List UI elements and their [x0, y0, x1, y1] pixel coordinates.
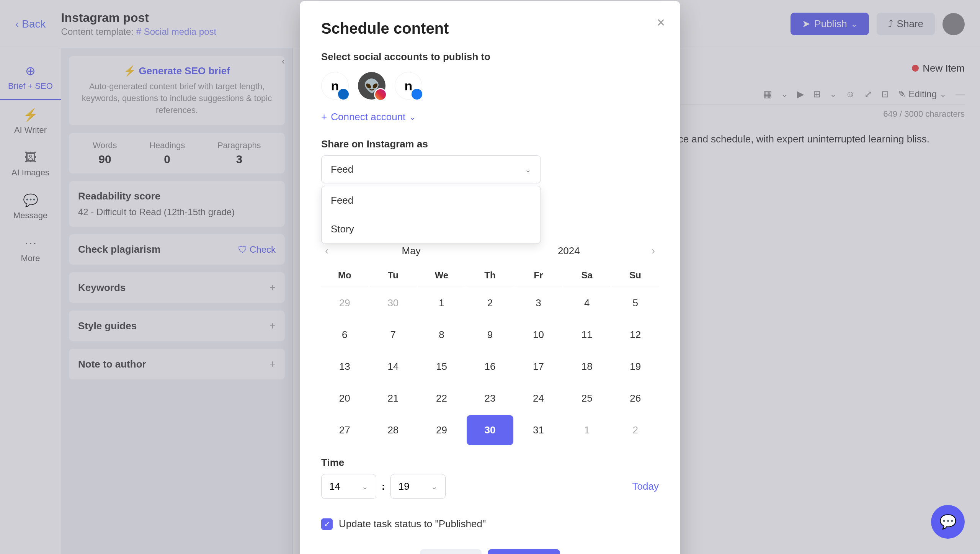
minute-select[interactable]: 19 ⌄ — [390, 474, 446, 499]
calendar-day[interactable]: 26 — [612, 383, 659, 413]
calendar-day-header: Fr — [515, 265, 562, 286]
calendar-day[interactable]: 5 — [612, 288, 659, 318]
update-status-row[interactable]: ✓ Update task status to "Published" — [321, 518, 659, 530]
calendar-day-header: Su — [612, 265, 659, 286]
calendar-day[interactable]: 7 — [370, 320, 417, 350]
calendar-day[interactable]: 13 — [321, 351, 368, 382]
next-month-button[interactable]: › — [648, 245, 659, 257]
calendar-day[interactable]: 25 — [564, 383, 611, 413]
calendar-day[interactable]: 21 — [370, 383, 417, 413]
chevron-down-icon: ⌄ — [431, 482, 438, 491]
calendar-day[interactable]: 27 — [321, 415, 368, 445]
calendar-day[interactable]: 24 — [515, 383, 562, 413]
calendar-day[interactable]: 18 — [564, 351, 611, 382]
account-instagram[interactable]: 👽 — [358, 72, 385, 100]
close-icon[interactable]: × — [657, 15, 665, 31]
instagram-icon — [374, 88, 387, 101]
share-as-select[interactable]: Feed ⌄ — [321, 155, 541, 183]
calendar-day-header: Mo — [321, 265, 368, 286]
plus-icon: + — [321, 111, 327, 123]
account-facebook[interactable]: n — [395, 72, 422, 100]
calendar-year: 2024 — [490, 245, 648, 257]
connect-account-button[interactable]: + Connect account ⌄ — [321, 111, 659, 123]
calendar-day[interactable]: 29 — [321, 288, 368, 318]
select-value: Feed — [331, 163, 353, 175]
time-separator: : — [382, 480, 385, 492]
calendar-day[interactable]: 4 — [564, 288, 611, 318]
checkbox-checked-icon[interactable]: ✓ — [321, 518, 333, 530]
chat-icon: 💬 — [939, 514, 957, 530]
calendar-day[interactable]: 20 — [321, 383, 368, 413]
calendar-day[interactable]: 9 — [467, 320, 514, 350]
calendar-day[interactable]: 30 — [370, 288, 417, 318]
calendar-day[interactable]: 10 — [515, 320, 562, 350]
chevron-down-icon: ⌄ — [409, 113, 416, 122]
minute-value: 19 — [399, 480, 410, 492]
chevron-down-icon: ⌄ — [362, 482, 368, 491]
prev-month-button[interactable]: ‹ — [321, 245, 332, 257]
hour-select[interactable]: 14 ⌄ — [321, 474, 376, 499]
calendar-day[interactable]: 1 — [418, 288, 465, 318]
linkedin-icon — [337, 88, 350, 101]
calendar-day[interactable]: 23 — [467, 383, 514, 413]
calendar: ‹ May 2024 › MoTuWeThFrSaSu2930123456789… — [321, 245, 659, 445]
share-as-dropdown: Feed Story — [321, 186, 541, 244]
chevron-down-icon: ⌄ — [525, 165, 531, 174]
calendar-day[interactable]: 19 — [612, 351, 659, 382]
calendar-day[interactable]: 28 — [370, 415, 417, 445]
modal-subtitle: Select social accounts to publish to — [321, 51, 659, 63]
calendar-day[interactable]: 6 — [321, 320, 368, 350]
account-linkedin[interactable]: n — [321, 72, 349, 100]
calendar-day-header: Tu — [370, 265, 417, 286]
calendar-day[interactable]: 17 — [515, 351, 562, 382]
today-button[interactable]: Today — [632, 480, 659, 492]
connect-label: Connect account — [331, 111, 405, 123]
modal-title: Schedule content — [321, 20, 659, 37]
calendar-day[interactable]: 11 — [564, 320, 611, 350]
cancel-button[interactable]: Cancel — [420, 549, 482, 554]
calendar-month: May — [332, 245, 490, 257]
calendar-day[interactable]: 29 — [418, 415, 465, 445]
calendar-day[interactable]: 30 — [467, 415, 514, 445]
calendar-day[interactable]: 8 — [418, 320, 465, 350]
update-status-label: Update task status to "Published" — [339, 518, 486, 530]
calendar-day[interactable]: 14 — [370, 351, 417, 382]
calendar-day[interactable]: 2 — [612, 415, 659, 445]
dropdown-option-story[interactable]: Story — [322, 215, 541, 243]
accounts-row: n 👽 n — [321, 72, 659, 100]
hour-value: 14 — [329, 480, 340, 492]
calendar-day-header: Th — [467, 265, 514, 286]
calendar-day[interactable]: 1 — [564, 415, 611, 445]
calendar-day[interactable]: 15 — [418, 351, 465, 382]
schedule-button[interactable]: Schedule — [488, 549, 560, 554]
calendar-day-header: We — [418, 265, 465, 286]
share-as-label: Share on Instagram as — [321, 138, 659, 150]
calendar-day[interactable]: 2 — [467, 288, 514, 318]
schedule-modal: × Schedule content Select social account… — [300, 1, 680, 554]
calendar-day[interactable]: 31 — [515, 415, 562, 445]
facebook-icon — [410, 88, 423, 101]
calendar-day[interactable]: 12 — [612, 320, 659, 350]
calendar-day[interactable]: 16 — [467, 351, 514, 382]
calendar-day-header: Sa — [564, 265, 611, 286]
calendar-day[interactable]: 3 — [515, 288, 562, 318]
chat-bubble-button[interactable]: 💬 — [931, 505, 965, 539]
time-label: Time — [321, 457, 659, 469]
calendar-day[interactable]: 22 — [418, 383, 465, 413]
dropdown-option-feed[interactable]: Feed — [322, 186, 541, 215]
